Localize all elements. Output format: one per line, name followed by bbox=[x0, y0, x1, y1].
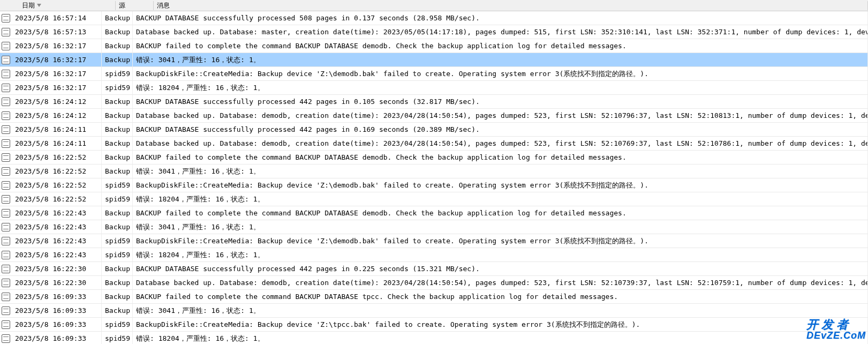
row-message: 错误: 18204，严重性: 16，状态: 1。 bbox=[133, 192, 868, 206]
row-type-icon-cell bbox=[0, 81, 12, 94]
row-source: spid59 bbox=[102, 332, 133, 344]
row-message: Database backed up. Database: demodb, cr… bbox=[133, 137, 868, 150]
row-type-icon-cell bbox=[0, 262, 12, 275]
log-entry-icon bbox=[2, 111, 10, 120]
log-entry-icon bbox=[2, 42, 10, 50]
row-date: 2023/5/8 16:24:12 bbox=[12, 109, 102, 122]
column-header-source[interactable]: 源 bbox=[116, 1, 154, 10]
table-row[interactable]: 2023/5/8 16:22:52spid59BackupDiskFile::C… bbox=[0, 178, 868, 192]
row-date: 2023/5/8 16:22:52 bbox=[12, 178, 102, 192]
row-source: Backup bbox=[102, 220, 133, 234]
row-date: 2023/5/8 16:24:11 bbox=[12, 137, 102, 150]
row-date: 2023/5/8 16:57:14 bbox=[12, 11, 102, 25]
table-row[interactable]: 2023/5/8 16:22:43Backup错误: 3041，严重性: 16，… bbox=[0, 220, 868, 234]
log-entry-icon bbox=[2, 56, 10, 64]
table-row[interactable]: 2023/5/8 16:32:17spid59错误: 18204，严重性: 16… bbox=[0, 81, 868, 95]
row-message: BACKUP DATABASE successfully processed 4… bbox=[133, 95, 868, 108]
row-date: 2023/5/8 16:09:33 bbox=[12, 304, 102, 317]
column-header-date[interactable]: 日期 bbox=[19, 1, 116, 10]
table-row[interactable]: 2023/5/8 16:22:43spid59错误: 18204，严重性: 16… bbox=[0, 248, 868, 262]
log-entry-icon bbox=[2, 223, 10, 231]
table-row[interactable]: 2023/5/8 16:24:11BackupDatabase backed u… bbox=[0, 137, 868, 151]
log-entry-icon bbox=[2, 14, 10, 23]
table-row[interactable]: 2023/5/8 16:57:13BackupDatabase backed u… bbox=[0, 25, 868, 39]
table-row[interactable]: 2023/5/8 16:22:43BackupBACKUP failed to … bbox=[0, 206, 868, 220]
row-type-icon-cell bbox=[0, 123, 12, 136]
row-date: 2023/5/8 16:32:17 bbox=[12, 67, 102, 80]
row-source: Backup bbox=[102, 137, 133, 150]
table-row[interactable]: 2023/5/8 16:24:12BackupBACKUP DATABASE s… bbox=[0, 95, 868, 109]
table-row[interactable]: 2023/5/8 16:22:30BackupBACKUP DATABASE s… bbox=[0, 262, 868, 276]
row-date: 2023/5/8 16:09:33 bbox=[12, 318, 102, 331]
row-source: spid59 bbox=[102, 81, 133, 94]
row-message: BackupDiskFile::CreateMedia: Backup devi… bbox=[133, 178, 868, 192]
table-row[interactable]: 2023/5/8 16:57:14BackupBACKUP DATABASE s… bbox=[0, 11, 868, 25]
log-entry-icon bbox=[2, 209, 10, 218]
column-header-row: 日期 源 消息 bbox=[0, 0, 868, 11]
row-message: BACKUP failed to complete the command BA… bbox=[133, 39, 868, 53]
row-source: Backup bbox=[102, 164, 133, 178]
row-source: spid59 bbox=[102, 67, 133, 80]
table-row[interactable]: 2023/5/8 16:09:33spid59BackupDiskFile::C… bbox=[0, 318, 868, 332]
row-message: 错误: 18204，严重性: 16，状态: 1。 bbox=[133, 81, 868, 94]
row-type-icon-cell bbox=[0, 304, 12, 317]
table-row[interactable]: 2023/5/8 16:09:33BackupBACKUP failed to … bbox=[0, 290, 868, 304]
row-source: spid59 bbox=[102, 318, 133, 331]
log-entry-icon bbox=[2, 70, 10, 78]
row-date: 2023/5/8 16:24:11 bbox=[12, 123, 102, 136]
table-row[interactable]: 2023/5/8 16:22:52spid59错误: 18204，严重性: 16… bbox=[0, 192, 868, 206]
log-entry-icon bbox=[2, 334, 10, 343]
log-entry-icon bbox=[2, 181, 10, 190]
row-type-icon-cell bbox=[0, 290, 12, 303]
log-entry-icon bbox=[2, 306, 10, 315]
row-message: 错误: 18204，严重性: 16，状态: 1。 bbox=[133, 332, 868, 344]
column-header-date-label: 日期 bbox=[22, 1, 35, 10]
row-type-icon-cell bbox=[0, 318, 12, 331]
row-message: BACKUP failed to complete the command BA… bbox=[133, 290, 868, 303]
table-row[interactable]: 2023/5/8 16:32:17spid59BackupDiskFile::C… bbox=[0, 67, 868, 81]
row-type-icon-cell bbox=[0, 137, 12, 150]
row-source: spid59 bbox=[102, 178, 133, 192]
log-grid: 日期 源 消息 2023/5/8 16:57:14BackupBACKUP DA… bbox=[0, 0, 868, 344]
log-entry-icon bbox=[2, 153, 10, 162]
row-type-icon-cell bbox=[0, 53, 12, 66]
table-row[interactable]: 2023/5/8 16:32:17Backup错误: 3041，严重性: 16，… bbox=[0, 53, 868, 67]
row-source: Backup bbox=[102, 109, 133, 122]
log-entry-icon bbox=[2, 98, 10, 106]
log-entry-icon bbox=[2, 320, 10, 329]
table-row[interactable]: 2023/5/8 16:22:43spid59BackupDiskFile::C… bbox=[0, 234, 868, 248]
table-row[interactable]: 2023/5/8 16:09:33spid59错误: 18204，严重性: 16… bbox=[0, 332, 868, 344]
table-row[interactable]: 2023/5/8 16:24:11BackupBACKUP DATABASE s… bbox=[0, 123, 868, 137]
row-type-icon-cell bbox=[0, 276, 12, 289]
row-type-icon-cell bbox=[0, 67, 12, 80]
table-row[interactable]: 2023/5/8 16:22:52Backup错误: 3041，严重性: 16，… bbox=[0, 164, 868, 178]
table-row[interactable]: 2023/5/8 16:32:17BackupBACKUP failed to … bbox=[0, 39, 868, 53]
row-source: spid59 bbox=[102, 192, 133, 206]
row-source: Backup bbox=[102, 123, 133, 136]
table-row[interactable]: 2023/5/8 16:09:33Backup错误: 3041，严重性: 16，… bbox=[0, 304, 868, 318]
column-header-message[interactable]: 消息 bbox=[154, 1, 868, 10]
row-source: Backup bbox=[102, 206, 133, 220]
row-date: 2023/5/8 16:22:30 bbox=[12, 276, 102, 289]
row-type-icon-cell bbox=[0, 178, 12, 192]
row-date: 2023/5/8 16:24:12 bbox=[12, 95, 102, 108]
row-type-icon-cell bbox=[0, 39, 12, 53]
sort-descending-icon bbox=[37, 4, 41, 7]
row-source: Backup bbox=[102, 151, 133, 164]
table-row[interactable]: 2023/5/8 16:22:30BackupDatabase backed u… bbox=[0, 276, 868, 290]
row-date: 2023/5/8 16:57:13 bbox=[12, 25, 102, 39]
row-source: Backup bbox=[102, 39, 133, 53]
row-message: BACKUP DATABASE successfully processed 4… bbox=[133, 262, 868, 275]
row-type-icon-cell bbox=[0, 95, 12, 108]
log-entry-icon bbox=[2, 167, 10, 176]
log-entry-icon bbox=[2, 279, 10, 287]
row-type-icon-cell bbox=[0, 332, 12, 344]
row-date: 2023/5/8 16:22:43 bbox=[12, 234, 102, 248]
row-source: Backup bbox=[102, 53, 133, 66]
log-entry-icon bbox=[2, 139, 10, 148]
table-row[interactable]: 2023/5/8 16:24:12BackupDatabase backed u… bbox=[0, 109, 868, 123]
row-message: 错误: 3041，严重性: 16，状态: 1。 bbox=[133, 220, 868, 234]
row-message: 错误: 3041，严重性: 16，状态: 1。 bbox=[133, 304, 868, 317]
row-message: 错误: 18204，严重性: 16，状态: 1。 bbox=[133, 248, 868, 261]
table-row[interactable]: 2023/5/8 16:22:52BackupBACKUP failed to … bbox=[0, 151, 868, 164]
